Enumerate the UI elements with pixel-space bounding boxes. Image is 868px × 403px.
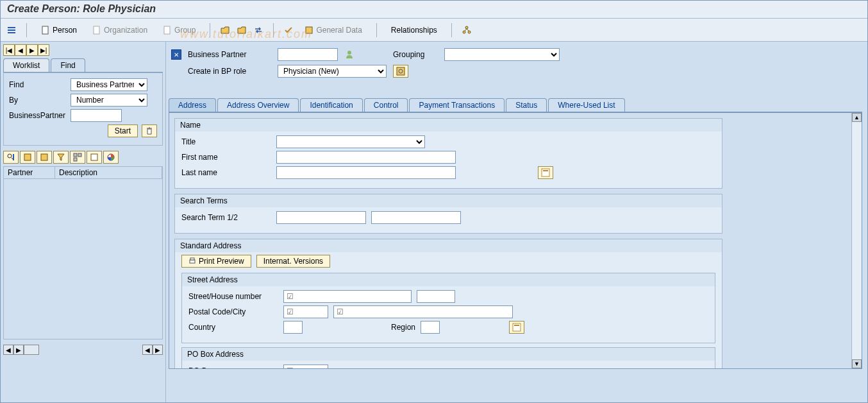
tab-find[interactable]: Find [51, 58, 85, 72]
separator [26, 23, 27, 37]
filter-icon-button[interactable] [53, 151, 69, 164]
svg-rect-2 [8, 32, 15, 33]
name-detail-button[interactable] [538, 166, 553, 179]
person-label: Person [53, 26, 77, 35]
color-icon-button[interactable] [103, 151, 119, 164]
result-body [3, 179, 163, 339]
svg-rect-6 [306, 27, 312, 33]
country-label: Country [188, 323, 278, 332]
svg-point-10 [8, 154, 12, 158]
col-description[interactable]: Description [55, 167, 162, 178]
svg-rect-11 [13, 154, 14, 160]
nav-next-button[interactable]: ▶ [26, 44, 38, 56]
open-icon[interactable] [221, 26, 230, 35]
group-address-title: Standard Address [175, 239, 722, 252]
svg-rect-12 [24, 154, 31, 160]
searchterm1-input[interactable] [276, 211, 366, 224]
region-label: Region [391, 323, 415, 332]
group-name-title: Name [175, 119, 722, 132]
scroll-right2-button[interactable]: ▶ [153, 345, 163, 355]
bp-form-input[interactable] [278, 48, 338, 61]
scroll-thumb[interactable] [24, 345, 39, 355]
tab-worklist[interactable]: Worklist [3, 58, 49, 72]
layout-icon-button[interactable] [70, 151, 85, 164]
pobox-input[interactable] [283, 364, 328, 369]
tool-icon-2[interactable] [37, 151, 52, 164]
intl-versions-button[interactable]: Internat. Versions [256, 255, 330, 268]
col-partner[interactable]: Partner [4, 167, 55, 178]
tab-address[interactable]: Address [169, 98, 216, 112]
scroll-up-button[interactable]: ▲ [852, 113, 862, 122]
find-box: Find Business Partner By Number Business… [3, 73, 163, 146]
tool-icon-1[interactable] [20, 151, 35, 164]
person-button[interactable]: Person [37, 24, 81, 36]
lastname-input[interactable] [276, 166, 456, 179]
nav-buttons: |◀ ◀ ▶ ▶| [3, 44, 163, 56]
save-icon[interactable] [237, 26, 246, 35]
export-icon-button[interactable] [87, 151, 102, 164]
mini-toolbar [3, 151, 163, 164]
document-icon [41, 26, 50, 35]
switch-icon[interactable] [254, 26, 263, 35]
region-input[interactable] [421, 321, 440, 334]
street-input[interactable] [283, 290, 412, 303]
role-label: Create in BP role [188, 67, 271, 76]
tab-status[interactable]: Status [506, 98, 547, 112]
relationships-button[interactable]: Relationships [387, 24, 441, 36]
group-pobox: PO Box Address PO Box [181, 347, 715, 369]
side-tabs: Worklist Find [3, 58, 163, 73]
bp-input[interactable] [71, 109, 122, 122]
nav-last-button[interactable]: ▶| [38, 44, 49, 56]
city-input[interactable] [333, 305, 513, 318]
svg-point-19 [347, 51, 351, 55]
lastname-label: Last name [181, 168, 271, 177]
scroll-track[interactable] [852, 122, 862, 359]
graph-icon[interactable] [462, 26, 471, 35]
vscroll[interactable]: ▲ ▼ [851, 113, 862, 368]
tab-where[interactable]: Where-Used List [548, 98, 624, 112]
find-label: Find [9, 80, 67, 89]
postal-input[interactable] [283, 305, 328, 318]
country-input[interactable] [283, 321, 303, 334]
print-preview-button[interactable]: Print Preview [181, 255, 251, 268]
general-data-button[interactable]: General Data [301, 24, 365, 36]
tab-control[interactable]: Control [364, 98, 408, 112]
check-icon[interactable] [284, 26, 293, 35]
searchterm2-input[interactable] [371, 211, 461, 224]
organization-button[interactable]: Organization [88, 24, 151, 36]
scroll-down-button[interactable]: ▼ [852, 359, 862, 368]
svg-rect-13 [41, 154, 47, 160]
group-street: Street Address Street/House number Posta… [181, 273, 715, 343]
tab-identification[interactable]: Identification [300, 98, 362, 112]
firstname-input[interactable] [276, 151, 456, 164]
role-help-button[interactable] [393, 65, 408, 78]
trash-button[interactable] [142, 124, 157, 137]
house-input[interactable] [417, 290, 455, 303]
svg-rect-17 [91, 154, 97, 160]
nav-first-button[interactable]: |◀ [3, 44, 15, 56]
role-select[interactable]: Physician (New) [278, 65, 387, 78]
nav-prev-button[interactable]: ◀ [15, 44, 26, 56]
grouping-select[interactable] [444, 48, 560, 61]
svg-rect-22 [542, 169, 549, 176]
page-title: Create Person: Role Physician [7, 3, 861, 15]
find-select[interactable]: Business Partner [71, 78, 147, 91]
group-button[interactable]: Group [159, 24, 199, 36]
group-search-title: Search Terms [175, 194, 722, 207]
tab-payment[interactable]: Payment Transactions [409, 98, 505, 112]
address-detail-button[interactable] [509, 321, 524, 334]
title-label: Title [181, 137, 271, 146]
by-select[interactable]: Number [71, 94, 147, 107]
title-select[interactable] [276, 135, 425, 148]
find-icon-button[interactable] [3, 151, 19, 164]
svg-rect-1 [8, 30, 15, 31]
separator [376, 23, 377, 37]
scroll-right-button[interactable]: ▶ [13, 345, 24, 355]
start-button[interactable]: Start [108, 124, 138, 137]
menu-icon[interactable] [7, 26, 16, 35]
bp-check-icon[interactable]: ✕ [171, 49, 181, 60]
relationships-label: Relationships [391, 26, 437, 35]
tab-overview[interactable]: Address Overview [217, 98, 299, 112]
scroll-left2-button[interactable]: ◀ [142, 345, 153, 355]
scroll-left-button[interactable]: ◀ [3, 345, 13, 355]
